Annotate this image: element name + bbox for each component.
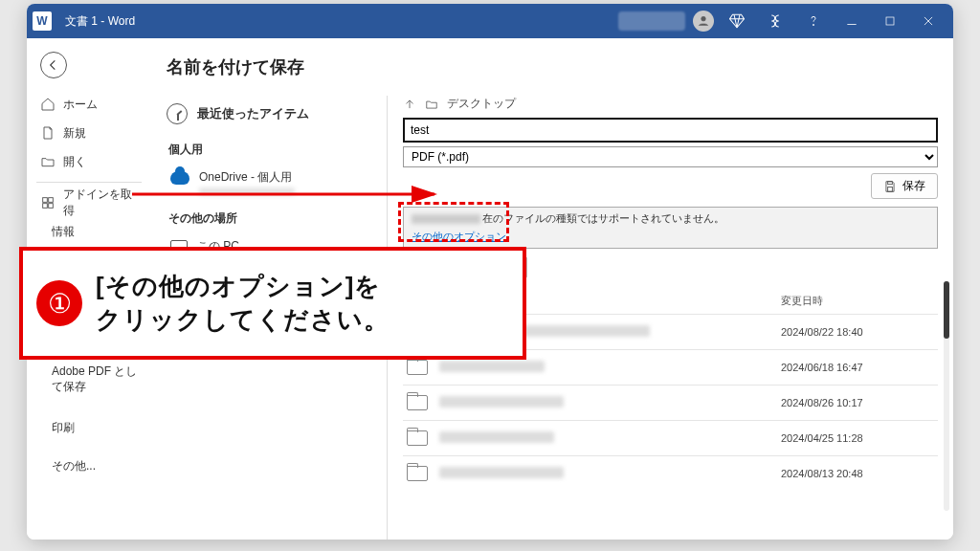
callout-number: ①: [36, 280, 82, 326]
file-date: 2024/08/26 10:17: [781, 397, 934, 408]
file-name-blur: [439, 396, 781, 410]
save-icon: [883, 180, 897, 193]
folder-icon: [407, 360, 428, 375]
back-button[interactable]: [40, 52, 67, 78]
personal-section: 個人用: [167, 132, 373, 164]
person-icon: [697, 14, 710, 28]
up-arrow-icon: [403, 98, 416, 111]
sidebar-new-label: 新規: [63, 125, 86, 142]
list-item[interactable]: 2024/08/13 20:48: [403, 455, 938, 491]
breadcrumb[interactable]: デスクトップ: [403, 96, 938, 112]
svg-rect-7: [888, 181, 893, 184]
copilot-button[interactable]: [756, 4, 794, 38]
document-icon: [40, 125, 56, 141]
file-name-blur: [439, 361, 781, 375]
arrow-left-icon: [46, 57, 61, 73]
sidebar-open[interactable]: 開く: [27, 147, 151, 176]
svg-rect-5: [43, 204, 48, 209]
scrollbar[interactable]: [944, 281, 949, 511]
folder-icon: [407, 395, 428, 410]
sidebar-other[interactable]: その他...: [27, 452, 151, 480]
filetype-select[interactable]: PDF (*.pdf): [403, 146, 938, 167]
sidebar-print-label: 印刷: [52, 420, 75, 436]
svg-rect-3: [43, 198, 48, 203]
svg-point-1: [813, 24, 813, 25]
save-button-label: 保存: [902, 178, 925, 194]
minimize-icon: [845, 14, 858, 28]
sidebar-adobe-pdf[interactable]: Adobe PDF として保存: [27, 361, 151, 398]
folder-icon: [424, 98, 439, 111]
annotation-callout: ① [その他のオプション]をクリックしてください。: [19, 247, 526, 360]
list-item[interactable]: 2024/08/26 10:17: [403, 385, 938, 420]
diamond-icon: [728, 12, 746, 30]
sidebar-separator: [36, 182, 142, 183]
account-avatar[interactable]: [693, 11, 714, 32]
file-date: 2024/08/22 18:40: [781, 326, 934, 338]
sidebar-info-label: 情報: [52, 224, 75, 240]
list-item[interactable]: 2024/04/25 11:28: [403, 420, 938, 455]
warning-text: 在のファイルの種類ではサポートされていません。: [482, 212, 724, 224]
sidebar-adobe-label: Adobe PDF として保存: [52, 364, 138, 394]
window-title: 文書 1 - Word: [65, 13, 135, 30]
onedrive-label: OneDrive - 個人用: [199, 169, 295, 186]
svg-rect-8: [888, 187, 893, 191]
svg-point-0: [702, 16, 706, 21]
recent-label: 最近使ったアイテム: [197, 105, 309, 122]
addin-icon: [40, 195, 56, 210]
titlebar: W 文書 1 - Word: [27, 4, 953, 38]
folder-icon: [407, 466, 428, 481]
close-button[interactable]: [909, 4, 947, 38]
home-icon: [40, 97, 56, 112]
col-date-header[interactable]: 変更日時: [781, 294, 934, 308]
file-date: 2024/04/25 11:28: [781, 432, 934, 444]
cloud-icon: [170, 171, 189, 185]
file-date: 2024/08/13 20:48: [781, 468, 934, 479]
minimize-button[interactable]: [833, 4, 871, 38]
file-name-blur: [439, 467, 781, 481]
breadcrumb-path: デスクトップ: [447, 96, 516, 112]
sidebar-new[interactable]: 新規: [27, 119, 151, 147]
word-app-icon: W: [33, 11, 52, 31]
sidebar-print[interactable]: 印刷: [27, 413, 151, 442]
help-icon: [806, 13, 821, 29]
folder-open-icon: [40, 154, 56, 169]
warning-message: 在のファイルの種類ではサポートされていません。 その他のオプション: [403, 207, 938, 249]
recent-items[interactable]: 最近使ったアイテム: [167, 96, 373, 132]
sidebar-info[interactable]: 情報: [27, 217, 151, 246]
help-button[interactable]: [794, 4, 833, 38]
sidebar-open-label: 開く: [63, 154, 86, 170]
other-options-link[interactable]: その他のオプション: [412, 230, 506, 244]
maximize-icon: [884, 15, 896, 27]
svg-rect-4: [49, 198, 54, 203]
save-button[interactable]: 保存: [871, 173, 938, 199]
svg-rect-2: [886, 17, 894, 25]
file-date: 2024/06/18 16:47: [781, 362, 934, 373]
file-name-blur: [439, 431, 781, 446]
filename-input[interactable]: [403, 118, 938, 143]
annotation-arrow: [132, 191, 419, 193]
scrollbar-thumb[interactable]: [944, 281, 949, 339]
sidebar-home[interactable]: ホーム: [27, 90, 151, 119]
premium-button[interactable]: [718, 4, 756, 38]
svg-rect-6: [49, 204, 54, 209]
sidebar-addin-label: アドインを取得: [63, 187, 138, 219]
close-icon: [922, 14, 935, 28]
callout-text: [その他のオプション]をクリックしてください。: [96, 270, 390, 337]
sidebar-other-label: その他...: [52, 458, 96, 474]
account-name-blur: [618, 11, 685, 31]
clock-icon: [167, 103, 188, 124]
maximize-button[interactable]: [871, 4, 909, 38]
copilot-icon: [767, 12, 784, 30]
sidebar-home-label: ホーム: [63, 97, 98, 113]
folder-icon: [407, 430, 428, 446]
page-title: 名前を付けて保存: [167, 55, 938, 78]
